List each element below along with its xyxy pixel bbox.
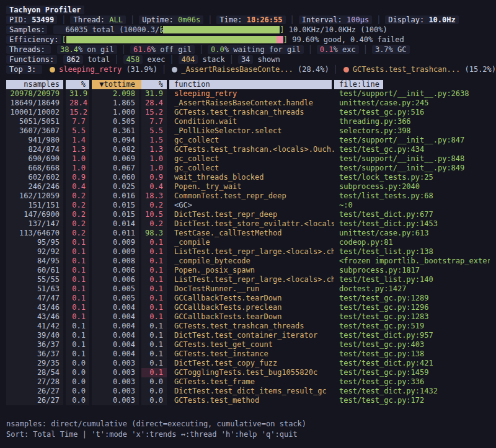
cum-pct-cell: 15.2: [141, 108, 169, 117]
table-row[interactable]: 690/6901.00.0691.0gc_collecttest/support…: [6, 154, 490, 164]
direct-pct-cell: 0.1: [66, 284, 92, 294]
table-row[interactable]: 60/610.10.0060.1Popen._posix_spawnsubpro…: [6, 266, 490, 275]
tottime-cell: 0.011: [92, 229, 141, 238]
table-row[interactable]: 28/540.00.0030.1GCTogglingTests.test_bug…: [6, 368, 490, 377]
tottime-cell: 2.098: [92, 89, 141, 99]
nsamples-legend: nsamples: direct/cumulative (direct=exec…: [6, 419, 306, 429]
file-line-cell: threading.py:366: [334, 117, 490, 126]
cum-pct-cell: 5.5: [141, 126, 169, 136]
table-row[interactable]: 824/8741.30.0821.3GCTests.test_trashcan.…: [6, 145, 490, 154]
file-line-cell: test/test_gc.py:1283: [334, 312, 490, 322]
table-row[interactable]: 602/6020.90.0600.9wait_threads_blockedte…: [6, 173, 490, 182]
table-row[interactable]: 3607/36075.50.3615.5_PollLikeSelector.se…: [6, 126, 490, 136]
table-row[interactable]: 10001/1000215.21.00015.2GCTests.test_tra…: [6, 108, 490, 117]
header-nsamples[interactable]: nsamples: [6, 80, 66, 89]
table-row[interactable]: 36/370.10.0040.1GCTests.test_get_countte…: [6, 340, 490, 349]
display-value: 10.0Hz: [428, 15, 455, 24]
function-cell: DictTest.test_copy_fuzz: [169, 359, 334, 368]
direct-pct-cell: 0.0: [66, 368, 92, 377]
direct-pct-cell: 15.2: [66, 108, 92, 117]
nsamples-cell: 84/95: [6, 257, 66, 266]
on-gil-stat: 38.4% on gil: [57, 45, 117, 54]
table-row[interactable]: 151/1510.20.0150.2<GC>~:0: [6, 201, 490, 210]
direct-pct-cell: 0.1: [66, 303, 92, 312]
table-header-row: nsamples % ▼tottime % function file:line: [6, 80, 490, 89]
cum-pct-cell: 0.2: [141, 219, 169, 229]
nsamples-cell: 5051/5051: [6, 117, 66, 126]
header-cum-pct[interactable]: %: [141, 80, 169, 89]
gold-medal-icon: [50, 67, 55, 72]
direct-pct-cell: 1.3: [66, 145, 92, 154]
tottime-cell: 0.082: [92, 145, 141, 154]
nsamples-cell: 43/46: [6, 303, 66, 312]
thread-field[interactable]: Thread: ALL: [70, 15, 125, 24]
table-row[interactable]: 43/460.10.0040.1GCCallbackTests.preclean…: [6, 303, 490, 312]
table-row[interactable]: 113/646700.20.01198.3TestCase._callTestM…: [6, 229, 490, 238]
file-line-cell: test/support/__init__.py:2638: [334, 89, 490, 99]
table-row[interactable]: 43/460.10.0040.1GCCallbackTests.tearDown…: [6, 312, 490, 322]
cum-pct-cell: 0.1: [141, 266, 169, 275]
table-row[interactable]: 26/270.00.0030.0DictTest.test_dict_items…: [6, 387, 490, 396]
divider: │: [126, 15, 139, 24]
function-cell: _compile_bytecode: [169, 257, 334, 266]
table-row[interactable]: 20978/2097931.92.09831.9sleeping_retryte…: [6, 89, 490, 99]
table-row[interactable]: 92/920.10.0090.1ListTest.test_repr_large…: [6, 247, 490, 257]
cum-pct-cell: 0.1: [141, 294, 169, 303]
bar-close-bracket: ]: [283, 35, 288, 44]
header-tottime-sorted[interactable]: ▼tottime: [92, 80, 141, 89]
file-line-cell: test/test_list.py:138: [334, 247, 490, 257]
file-line-cell: test/test_gc.py:138: [334, 349, 490, 359]
tottime-cell: 0.009: [92, 238, 141, 247]
table-row[interactable]: 29/350.00.0030.1DictTest.test_copy_fuzzt…: [6, 359, 490, 368]
tottime-cell: 0.005: [92, 294, 141, 303]
table-row[interactable]: 246/2460.40.0250.4Popen._try_waitsubproc…: [6, 182, 490, 191]
table-row[interactable]: 36/370.10.0040.1GCTests.test_instancetes…: [6, 349, 490, 359]
direct-pct-cell: 0.4: [66, 182, 92, 191]
direct-pct-cell: 0.0: [66, 359, 92, 368]
direct-pct-cell: 7.7: [66, 117, 92, 126]
direct-pct-cell: 0.1: [66, 275, 92, 284]
cum-pct-cell: 0.1: [141, 312, 169, 322]
threads-row: Threads: 38.4% on gil │ 61.6% off gil │ …: [6, 45, 496, 55]
file-line-cell: subprocess.py:2040: [334, 182, 490, 191]
tottime-cell: 0.003: [92, 396, 141, 405]
table-row[interactable]: 18649/1864928.41.86528.4_AssertRaisesBas…: [6, 99, 490, 108]
nsamples-cell: 55/55: [6, 275, 66, 284]
function-cell: wait_threads_blocked: [169, 173, 334, 182]
nsamples-cell: 151/151: [6, 201, 66, 210]
direct-pct-cell: 0.1: [66, 247, 92, 257]
function-cell: GCTests.test_instance: [169, 349, 334, 359]
cum-pct-cell: 0.1: [141, 247, 169, 257]
file-line-cell: test/support/__init__.py:848: [334, 154, 490, 164]
function-cell: gc_collect: [169, 164, 334, 173]
uptime-value: 0m06s: [178, 15, 200, 24]
table-row[interactable]: 5051/50517.70.5057.7Condition.waitthread…: [6, 117, 490, 126]
table-row[interactable]: 95/950.10.0090.1_compilecodeop.py:81: [6, 238, 490, 247]
table-row[interactable]: 668/6681.00.0671.0gc_collecttest/support…: [6, 164, 490, 173]
file-line-cell: test/test_gc.py:1296: [334, 303, 490, 312]
table-row[interactable]: 27/280.00.0030.0GCTests.test_frametest/t…: [6, 377, 490, 387]
tottime-cell: 0.004: [92, 349, 141, 359]
table-row[interactable]: 47/470.10.0050.1GCCallbackTests.tearDown…: [6, 294, 490, 303]
direct-pct-cell: 5.5: [66, 126, 92, 136]
header-function[interactable]: function: [169, 80, 334, 89]
tottime-cell: 0.005: [92, 284, 141, 294]
table-row[interactable]: 41/420.10.0040.1GCTests.test_trashcan_th…: [6, 322, 490, 331]
table-row[interactable]: 39/400.10.0040.1DictTest.test_container_…: [6, 331, 490, 340]
function-cell: Popen._posix_spawn: [169, 266, 334, 275]
efficiency-text: 99.60% good, 0.40% failed: [288, 35, 404, 44]
table-row[interactable]: 84/950.10.0080.1_compile_bytecode<frozen…: [6, 257, 490, 266]
tottime-cell: 0.015: [92, 201, 141, 210]
table-row[interactable]: 51/630.10.0050.1DocTestRunner.__rundocte…: [6, 284, 490, 294]
nsamples-cell: 941/980: [6, 136, 66, 145]
table-row[interactable]: 137/1470.20.0140.2DictTest.test_store_ev…: [6, 219, 490, 229]
table-row[interactable]: 55/550.10.0060.1ListTest.test_repr_large…: [6, 275, 490, 284]
table-row[interactable]: 26/270.00.0030.0GCTests.test_methodtest/…: [6, 396, 490, 405]
function-cell: GCTests.test_trashcan_threads: [169, 322, 334, 331]
header-file-line[interactable]: file:line: [334, 80, 490, 89]
table-row[interactable]: 162/120590.20.01618.3CommonTest.test_rep…: [6, 191, 490, 201]
table-row[interactable]: 941/9801.40.0941.5gc_collecttest/support…: [6, 136, 490, 145]
header-direct-pct[interactable]: %: [66, 80, 92, 89]
table-row[interactable]: 147/69000.20.01510.5DictTest.test_repr_d…: [6, 210, 490, 219]
nsamples-cell: 824/874: [6, 145, 66, 154]
